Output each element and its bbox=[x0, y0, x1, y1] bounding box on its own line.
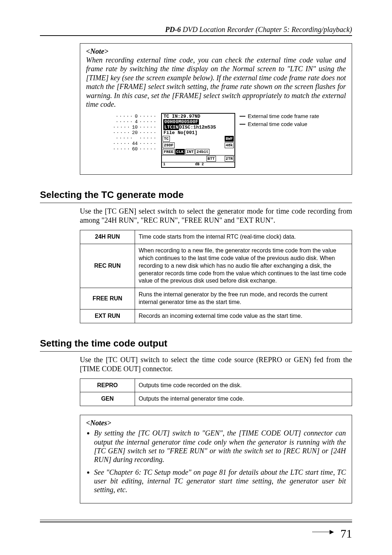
annot-tc-value: External time code value bbox=[248, 121, 307, 127]
lcd-diagram: 0 4 10 20 44 60 TC IN:29.97ND 00H00M00S0… bbox=[86, 113, 346, 168]
lcd-chip-29df: 29DF bbox=[163, 142, 174, 148]
lcd-chip-24bit: 24bit bbox=[195, 149, 209, 155]
tc-gen-intro: Use the [TC GEN] select switch to select… bbox=[80, 207, 352, 225]
tc-out-table: REPROOutputs time code recorded on the d… bbox=[80, 378, 352, 406]
lcd-disc-remain: DISC:1h12m53S bbox=[179, 125, 216, 130]
lcd-line-tc-in: TC IN:29.97ND bbox=[162, 114, 234, 119]
heading-tc-gen-mode: Selecting the TC generate mode bbox=[40, 189, 352, 200]
note-item: See "Chapter 6: TC Setup mode" on page 8… bbox=[94, 468, 346, 494]
notes-title: <Notes> bbox=[86, 419, 346, 427]
footer-arrow-icon bbox=[312, 529, 334, 535]
table-row: 24H RUNTime code starts from the interna… bbox=[80, 230, 352, 244]
lcd-chip-tc: TC bbox=[163, 136, 170, 142]
lcd-db-scale: 0 4 10 20 44 60 bbox=[113, 113, 157, 152]
annot-frame-rate: External time code frame rate bbox=[248, 113, 319, 119]
table-row: GENOutputs the internal generator time c… bbox=[80, 392, 352, 406]
table-row: FREE RUNRuns the internal generator by t… bbox=[80, 288, 352, 309]
note-item: By setting the [TC OUT] switch to "GEN",… bbox=[94, 429, 346, 464]
table-row: REPROOutputs time code recorded on the d… bbox=[80, 378, 352, 392]
lcd-line-time: 00H00M00S00F bbox=[163, 119, 199, 125]
running-header: PD-6 DVD Location Recorder (Chapter 5: R… bbox=[40, 25, 352, 36]
page-number: 71 bbox=[340, 527, 352, 540]
lcd-file-no: File No[001] bbox=[162, 130, 234, 135]
lcd-chip-free: FREE bbox=[163, 149, 174, 155]
header-model: PD-6 bbox=[165, 25, 181, 33]
lcd-chip-48k: 48k bbox=[225, 142, 234, 148]
lcd-chip-2tr: 2TR bbox=[225, 156, 234, 162]
note-body: When recording external time code, you c… bbox=[86, 56, 346, 109]
note-title: <Note> bbox=[86, 47, 346, 56]
notes-list: By setting the [TC OUT] switch to "GEN",… bbox=[86, 429, 346, 494]
page: PD-6 DVD Location Recorder (Chapter 5: R… bbox=[0, 0, 392, 555]
lcd-chip-int: INT bbox=[185, 149, 195, 155]
lcd-chip-clk: CLK bbox=[175, 149, 185, 155]
header-rest: DVD Location Recorder (Chapter 5: Record… bbox=[181, 25, 352, 33]
heading-tc-output: Setting the time code output bbox=[40, 338, 352, 349]
lcd-screen: TC IN:29.97ND 00H00M00S00F LTCINDISC:1h1… bbox=[161, 113, 235, 168]
footer-rule bbox=[40, 520, 352, 522]
table-row: REC RUNWhen recording to a new file, the… bbox=[80, 244, 352, 288]
tc-gen-table: 24H RUNTime code starts from the interna… bbox=[80, 230, 352, 323]
lcd-chip-bwf: BWF bbox=[225, 136, 234, 142]
lcd-ltcin-tag: LTCIN bbox=[163, 125, 179, 130]
lcd-annotations: External time code frame rate External t… bbox=[240, 113, 319, 127]
tc-out-intro: Use the [TC OUT] switch to select the ti… bbox=[80, 355, 352, 373]
table-row: EXT RUNRecords an incoming external time… bbox=[80, 309, 352, 323]
note-box-2: <Notes> By setting the [TC OUT] switch t… bbox=[80, 415, 352, 503]
note-box-1: <Note> When recording external time code… bbox=[80, 43, 352, 175]
lcd-chip-btt: BTT bbox=[207, 156, 216, 162]
lcd-bottom-scale: 1 dB 2 bbox=[162, 162, 234, 167]
